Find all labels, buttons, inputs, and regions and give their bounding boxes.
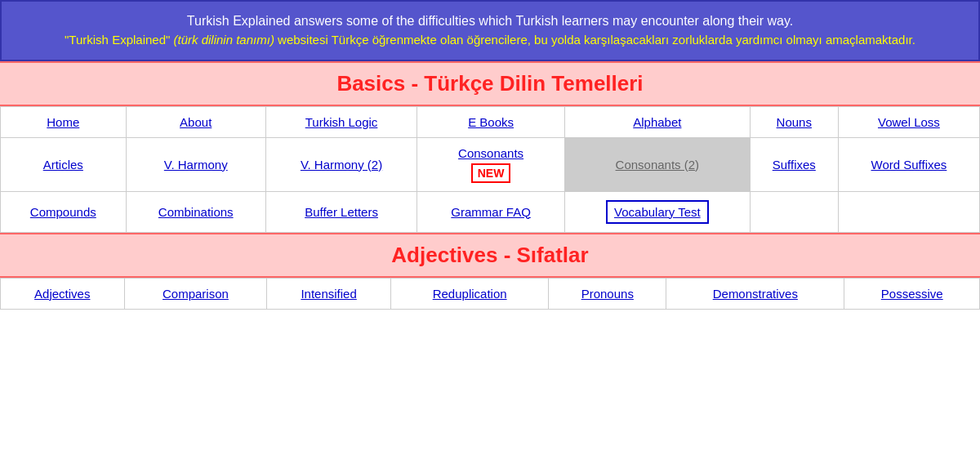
- articles-link[interactable]: Articles: [43, 158, 83, 172]
- adj-cell: Comparison: [124, 278, 267, 309]
- compounds-link[interactable]: Compounds: [30, 205, 96, 219]
- nouns-link[interactable]: Nouns: [777, 115, 812, 129]
- comparison-link[interactable]: Comparison: [163, 287, 229, 301]
- nav-cell-empty: [838, 191, 979, 232]
- adj-cell: Pronouns: [549, 278, 666, 309]
- nav-cell: Buffer Letters: [265, 191, 416, 232]
- consonants-link[interactable]: Consonants: [458, 146, 523, 160]
- nav-cell: Suffixes: [750, 137, 838, 191]
- nav-cell: Compounds: [1, 191, 127, 232]
- header-english: Turkish Explained answers some of the di…: [18, 11, 962, 31]
- adj-cell: Possessive: [844, 278, 980, 309]
- nav-cell: Nouns: [750, 106, 838, 137]
- v-harmony-2-link[interactable]: V. Harmony (2): [301, 158, 382, 172]
- home-link[interactable]: Home: [47, 115, 79, 129]
- combinations-link[interactable]: Combinations: [158, 205, 234, 219]
- header-banner: Turkish Explained answers some of the di…: [0, 0, 980, 61]
- alphabet-link[interactable]: Alphabet: [633, 115, 681, 129]
- nav-cell: Articles: [1, 137, 127, 191]
- nav-cell-empty: [750, 191, 838, 232]
- basics-section-heading: Basics - Türkçe Dilin Temelleri: [0, 61, 980, 106]
- about-link[interactable]: About: [180, 115, 212, 129]
- nav-cell: Combinations: [126, 191, 265, 232]
- suffixes-link[interactable]: Suffixes: [773, 158, 816, 172]
- vowel-loss-link[interactable]: Vowel Loss: [878, 115, 940, 129]
- nav-row-3: Compounds Combinations Buffer Letters Gr…: [1, 191, 980, 232]
- grammar-faq-link[interactable]: Grammar FAQ: [451, 205, 531, 219]
- nav-cell: Turkish Logic: [265, 106, 416, 137]
- consonants-2-link[interactable]: Consonants (2): [616, 158, 700, 172]
- turkish-rest: websitesi Türkçe öğrenmekte olan öğrenci…: [274, 33, 915, 47]
- vocabulary-test-link[interactable]: Vocabulary Test: [606, 200, 709, 224]
- turkish-italic: (türk dilinin tanımı): [170, 33, 274, 47]
- turkish-quote: "Turkish Explained": [65, 33, 170, 47]
- pronouns-link[interactable]: Pronouns: [581, 287, 634, 301]
- buffer-letters-link[interactable]: Buffer Letters: [305, 205, 378, 219]
- v-harmony-link[interactable]: V. Harmony: [164, 158, 228, 172]
- adj-cell: Intensified: [267, 278, 391, 309]
- basics-nav-table: Home About Turkish Logic E Books Alphabe…: [0, 106, 980, 233]
- nav-cell: Home: [1, 106, 127, 137]
- adj-cell: Demonstratives: [666, 278, 844, 309]
- nav-cell: Consonants NEW: [417, 137, 565, 191]
- adjectives-link[interactable]: Adjectives: [34, 287, 90, 301]
- adj-cell: Reduplication: [390, 278, 548, 309]
- nav-row-1: Home About Turkish Logic E Books Alphabe…: [1, 106, 980, 137]
- word-suffixes-link[interactable]: Word Suffixes: [871, 158, 947, 172]
- adjectives-nav-table: Adjectives Comparison Intensified Redupl…: [0, 278, 980, 310]
- new-badge: NEW: [471, 163, 511, 183]
- nav-cell: Word Suffixes: [838, 137, 979, 191]
- nav-cell: V. Harmony: [126, 137, 265, 191]
- nav-cell: E Books: [417, 106, 565, 137]
- nav-cell: Grammar FAQ: [417, 191, 565, 232]
- consonants-2-cell: Consonants (2): [564, 137, 750, 191]
- nav-cell: Alphabet: [564, 106, 750, 137]
- vocabulary-test-cell: Vocabulary Test: [564, 191, 750, 232]
- intensified-link[interactable]: Intensified: [301, 287, 356, 301]
- nav-row-2: Articles V. Harmony V. Harmony (2) Conso…: [1, 137, 980, 191]
- adj-nav-row-1: Adjectives Comparison Intensified Redupl…: [1, 278, 980, 309]
- demonstratives-link[interactable]: Demonstratives: [713, 287, 798, 301]
- nav-cell: V. Harmony (2): [265, 137, 416, 191]
- nav-cell: Vowel Loss: [838, 106, 979, 137]
- adj-cell: Adjectives: [1, 278, 125, 309]
- header-turkish: "Turkish Explained" (türk dilinin tanımı…: [18, 31, 962, 50]
- reduplication-link[interactable]: Reduplication: [433, 287, 507, 301]
- possessive-link[interactable]: Possessive: [881, 287, 943, 301]
- ebooks-link[interactable]: E Books: [468, 115, 514, 129]
- nav-cell: About: [126, 106, 265, 137]
- adjectives-section-heading: Adjectives - Sıfatlar: [0, 233, 980, 278]
- turkish-logic-link[interactable]: Turkish Logic: [305, 115, 378, 129]
